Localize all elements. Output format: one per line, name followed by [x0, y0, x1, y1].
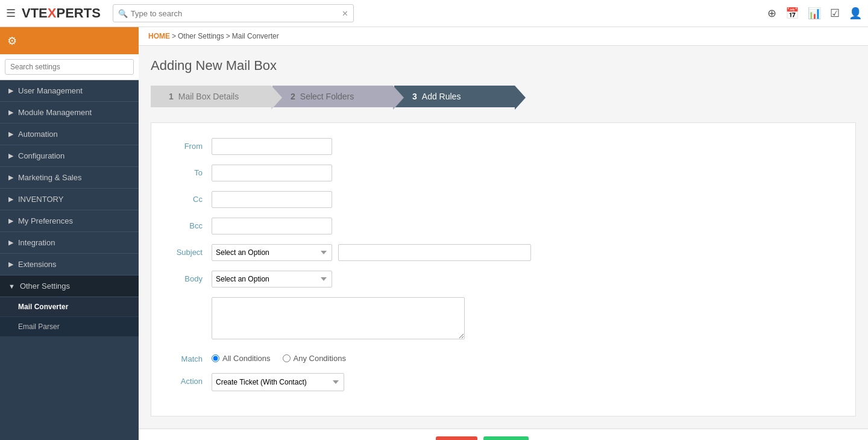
bcc-field	[212, 218, 843, 234]
from-input[interactable]	[212, 138, 332, 155]
sidebar-item-configuration[interactable]: ▶ Configuration	[0, 145, 139, 167]
form-row-subject: Subject Select an Option	[163, 244, 843, 261]
chart-icon[interactable]: 📊	[808, 7, 821, 20]
breadcrumb-sep2: >	[226, 32, 230, 40]
cc-label: Cc	[163, 191, 212, 204]
sidebar-submenu-other-settings: Mail Converter Email Parser	[0, 297, 139, 337]
match-all-radio[interactable]	[212, 354, 219, 362]
match-all-option[interactable]: All Conditions	[212, 354, 271, 363]
sidebar-search-input[interactable]	[5, 59, 134, 75]
add-icon[interactable]: ⊕	[767, 7, 776, 20]
page-content: Adding New Mail Box 1 Mail Box Details 2…	[139, 46, 868, 429]
sidebar-item-module-management[interactable]: ▶ Module Management	[0, 102, 139, 124]
menu-icon[interactable]: ☰	[6, 7, 16, 20]
sidebar-label-automation: Automation	[18, 130, 58, 139]
body-field: Select an Option	[212, 271, 843, 288]
subject-value-input[interactable]	[338, 244, 531, 261]
sidebar-item-my-preferences[interactable]: ▶ My Preferences	[0, 210, 139, 232]
sidebar-item-email-parser[interactable]: Email Parser	[0, 317, 139, 337]
search-input[interactable]	[131, 9, 342, 18]
chevron-right-icon: ▶	[8, 239, 13, 247]
search-clear-icon[interactable]: ✕	[342, 9, 348, 18]
action-field: Create Ticket (With Contact)	[212, 373, 843, 391]
chevron-right-icon: ▶	[8, 217, 13, 225]
chevron-right-icon: ▶	[8, 260, 13, 268]
subject-condition-select[interactable]: Select an Option	[212, 244, 332, 261]
to-input[interactable]	[212, 165, 332, 181]
action-select[interactable]: Create Ticket (With Contact)	[212, 373, 344, 391]
sidebar-item-mail-converter[interactable]: Mail Converter	[0, 297, 139, 317]
sidebar-item-automation[interactable]: ▶ Automation	[0, 124, 139, 145]
form-row-action: Action Create Ticket (With Contact)	[163, 373, 843, 391]
from-label: From	[163, 138, 212, 151]
page-title: Adding New Mail Box	[151, 58, 856, 74]
sidebar-label-user-management: User Management	[18, 86, 83, 95]
sidebar-label-my-preferences: My Preferences	[18, 216, 73, 225]
sidebar-label-inventory: INVENTORY	[18, 195, 63, 204]
match-all-label: All Conditions	[222, 354, 271, 363]
sidebar-item-user-management[interactable]: ▶ User Management	[0, 80, 139, 102]
subject-label: Subject	[163, 244, 212, 257]
bcc-input[interactable]	[212, 218, 332, 234]
finish-button[interactable]: Finish	[483, 436, 529, 440]
match-options: All Conditions Any Conditions	[212, 351, 843, 363]
sidebar-label-marketing-sales: Marketing & Sales	[18, 173, 82, 182]
sidebar-item-extensions[interactable]: ▶ Extensions	[0, 254, 139, 275]
form-row-match: Match All Conditions Any Conditions	[163, 351, 843, 363]
wizard-step-3-label: Add Rules	[422, 92, 461, 101]
wizard-step-2-label: Select Folders	[300, 92, 354, 101]
form-row-bcc: Bcc	[163, 218, 843, 234]
sidebar-item-integration[interactable]: ▶ Integration	[0, 232, 139, 254]
chevron-right-icon: ▶	[8, 87, 13, 95]
chevron-right-icon: ▶	[8, 152, 13, 160]
topbar-action-icons: ⊕ 📅 📊 ☑ 👤	[767, 7, 862, 20]
form-row-body-text	[163, 297, 843, 341]
wizard-steps: 1 Mail Box Details 2 Select Folders 3 Ad…	[151, 86, 856, 107]
chevron-right-icon: ▶	[8, 130, 13, 138]
breadcrumb-sep1: >	[172, 32, 176, 40]
match-any-label: Any Conditions	[294, 354, 346, 363]
breadcrumb-home[interactable]: HOME	[148, 32, 170, 40]
body-text-label-spacer	[163, 297, 212, 301]
tasks-icon[interactable]: ☑	[830, 7, 840, 20]
wizard-step-2[interactable]: 2 Select Folders	[272, 86, 393, 107]
topbar: ☰ VTEXPERTS 🔍 ✕ ⊕ 📅 📊 ☑ 👤	[0, 0, 868, 27]
content-breadcrumb: HOME > Other Settings > Mail Converter	[139, 27, 868, 46]
cc-input[interactable]	[212, 191, 332, 208]
sidebar-item-inventory[interactable]: ▶ INVENTORY	[0, 189, 139, 210]
main-layout: ⚙ ▶ User Management ▶ Module Management …	[0, 27, 868, 440]
body-condition-select[interactable]: Select an Option	[212, 271, 332, 288]
back-button[interactable]: Back	[436, 436, 477, 440]
cancel-button[interactable]: Cancel	[535, 436, 571, 440]
user-icon[interactable]: 👤	[849, 7, 862, 20]
chevron-right-icon: ▶	[8, 195, 13, 203]
subject-field: Select an Option	[212, 244, 843, 261]
match-any-option[interactable]: Any Conditions	[283, 354, 346, 363]
topbar-search-bar: 🔍 ✕	[113, 4, 354, 22]
body-text-textarea[interactable]	[212, 297, 465, 339]
calendar-icon[interactable]: 📅	[785, 7, 799, 20]
wizard-step-3[interactable]: 3 Add Rules	[394, 86, 515, 107]
sidebar-label-configuration: Configuration	[18, 151, 64, 160]
chevron-right-icon: ▶	[8, 174, 13, 181]
sidebar-item-other-settings[interactable]: ▼ Other Settings	[0, 275, 139, 297]
subject-row-fields: Select an Option	[212, 244, 843, 261]
from-field	[212, 138, 843, 155]
match-any-radio[interactable]	[283, 354, 291, 362]
settings-gear-icon: ⚙	[7, 34, 17, 48]
sidebar-sub-label-mail-converter: Mail Converter	[18, 303, 68, 311]
bcc-label: Bcc	[163, 218, 212, 230]
sidebar-search-container	[0, 54, 139, 80]
sidebar-gear-bar: ⚙	[0, 27, 139, 54]
sidebar-label-module-management: Module Management	[18, 108, 92, 117]
sidebar-sub-label-email-parser: Email Parser	[18, 322, 60, 331]
form-row-from: From	[163, 138, 843, 155]
match-label: Match	[163, 351, 212, 363]
cc-field	[212, 191, 843, 208]
chevron-right-icon: ▶	[8, 108, 13, 116]
wizard-step-1[interactable]: 1 Mail Box Details	[151, 86, 271, 107]
sidebar-item-marketing-sales[interactable]: ▶ Marketing & Sales	[0, 167, 139, 189]
sidebar-label-integration: Integration	[18, 238, 55, 247]
footer-bar: Back Finish Cancel	[139, 429, 868, 440]
logo-perts: PERTS	[56, 5, 100, 20]
